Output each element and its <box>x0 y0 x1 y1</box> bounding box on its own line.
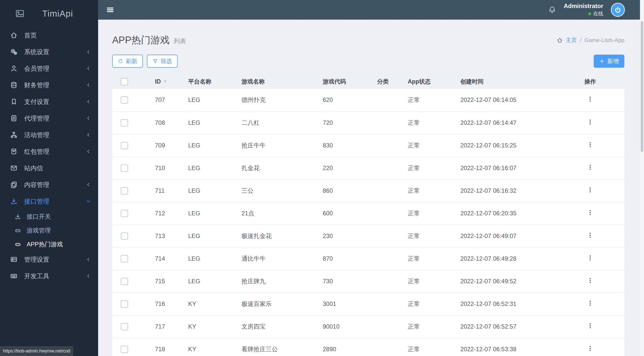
cell-category <box>375 157 405 179</box>
sidebar-item-interface-management[interactable]: 接口管理 <box>0 193 98 210</box>
row-actions-button[interactable] <box>587 345 593 352</box>
row-checkbox[interactable] <box>121 142 128 149</box>
sidebar-item-dev-tools[interactable]: 开发工具 <box>0 268 98 284</box>
sidebar-item-payment-settings[interactable]: 支付设置 <box>0 93 98 110</box>
plus-icon <box>599 58 605 64</box>
table-row: 708LEG二八杠720正常2022-12-07 06:14:47 <box>112 111 624 134</box>
toolbar: 刷新 筛选 新增 <box>112 55 624 68</box>
breadcrumb-home-link[interactable]: 主页 <box>566 36 577 44</box>
hamburger-menu-button[interactable] <box>106 5 115 14</box>
user-info[interactable]: Administrator 在线 <box>564 3 603 17</box>
chevron-left-icon <box>86 49 91 55</box>
row-actions-button[interactable] <box>587 119 593 125</box>
cell-game-code: 830 <box>320 134 375 157</box>
sidebar-item-label: 系统设置 <box>24 48 86 56</box>
refresh-button[interactable]: 刷新 <box>112 55 143 68</box>
row-checkbox[interactable] <box>121 232 128 240</box>
column-header-game-name: 游戏名称 <box>239 74 320 89</box>
column-header-category: 分类 <box>375 74 405 89</box>
cell-game-name: 极速百家乐 <box>239 293 320 315</box>
cell-game-code: 2890 <box>320 338 375 356</box>
row-checkbox[interactable] <box>121 96 128 104</box>
toolbar-left: 刷新 筛选 <box>112 55 178 68</box>
sidebar-item-interface-switch[interactable]: 接口开关 <box>0 210 98 223</box>
table-row: 718KY看牌抢庄三公2890正常2022-12-07 06:53:38 <box>112 338 624 356</box>
row-actions-button[interactable] <box>587 323 593 329</box>
table-row: 715LEG抢庄牌九730正常2022-12-07 06:49:52 <box>112 270 624 293</box>
page-subtitle: 列表 <box>174 37 186 45</box>
cell-platform: LEG <box>186 89 239 111</box>
row-actions-button[interactable] <box>587 164 593 171</box>
row-actions-button[interactable] <box>587 187 593 193</box>
download-icon <box>10 197 18 205</box>
sidebar-item-content-management[interactable]: 内容管理 <box>0 176 98 193</box>
row-checkbox[interactable] <box>121 346 128 353</box>
row-checkbox[interactable] <box>121 323 128 330</box>
row-actions-button[interactable] <box>587 255 593 261</box>
sidebar-item-member-management[interactable]: 会员管理 <box>0 60 98 77</box>
select-all-checkbox[interactable] <box>121 78 128 85</box>
row-checkbox[interactable] <box>121 165 128 172</box>
cell-created: 2022-12-07 06:14:05 <box>458 89 556 111</box>
cell-game-name: 抢庄牛牛 <box>239 134 320 157</box>
sidebar-item-activity-management[interactable]: 活动管理 <box>0 127 98 143</box>
table-header-row: ID 平台名称 游戏名称 游戏代码 分类 App状态 创建时间 操作 <box>112 74 624 89</box>
cell-game-code: 730 <box>320 270 375 293</box>
column-header-game-code: 游戏代码 <box>320 74 375 89</box>
cell-id: 713 <box>152 225 186 247</box>
cell-platform: LEG <box>186 225 239 247</box>
cell-game-name: 德州扑克 <box>239 89 320 111</box>
notification-bell-icon[interactable] <box>548 6 556 14</box>
scrollbar-thumb[interactable] <box>641 21 643 152</box>
sort-ascending-icon[interactable] <box>163 79 168 84</box>
cell-status: 正常 <box>405 293 458 315</box>
row-actions-button[interactable] <box>587 300 593 306</box>
address-book-icon <box>10 114 18 122</box>
sidebar-item-app-hot-games[interactable]: APP热门游戏 <box>0 237 98 251</box>
row-checkbox[interactable] <box>121 278 128 285</box>
avatar[interactable] <box>611 3 625 17</box>
cell-game-code: 620 <box>320 89 375 111</box>
add-button[interactable]: 新增 <box>594 55 624 68</box>
cell-platform: LEG <box>186 111 239 134</box>
filter-button[interactable]: 筛选 <box>147 55 178 68</box>
page-title: APP热门游戏 <box>112 34 170 47</box>
sidebar-item-agent-management[interactable]: 代理管理 <box>0 110 98 127</box>
sidebar-item-label: 首页 <box>24 31 91 39</box>
database-icon <box>10 81 18 89</box>
sidebar-item-home[interactable]: 首页 <box>0 27 98 44</box>
row-actions-button[interactable] <box>587 277 593 284</box>
row-actions-button[interactable] <box>587 96 593 102</box>
cell-platform: LEG <box>186 202 239 225</box>
row-actions-button[interactable] <box>587 141 593 148</box>
cell-status: 正常 <box>405 247 458 270</box>
broken-image-icon <box>15 9 25 18</box>
row-checkbox[interactable] <box>121 119 128 127</box>
row-checkbox[interactable] <box>121 210 128 217</box>
sidebar-item-finance-management[interactable]: 财务管理 <box>0 77 98 93</box>
row-checkbox[interactable] <box>121 300 128 308</box>
power-icon <box>614 6 622 14</box>
sidebar-item-admin-settings[interactable]: 管理设置 <box>0 251 98 268</box>
column-header-id[interactable]: ID <box>152 74 186 89</box>
cell-platform: LEG <box>186 179 239 202</box>
column-header-actions: 操作 <box>556 74 624 89</box>
logo[interactable]: TimiApi <box>0 0 98 27</box>
row-checkbox[interactable] <box>121 255 128 262</box>
sidebar-item-redpacket-management[interactable]: 红包管理 <box>0 143 98 160</box>
cell-created: 2022-12-07 06:14:47 <box>458 111 556 134</box>
games-table: ID 平台名称 游戏名称 游戏代码 分类 App状态 创建时间 操作 707LE… <box>112 74 624 356</box>
sidebar-item-game-management[interactable]: 游戏管理 <box>0 223 98 237</box>
row-actions-button[interactable] <box>587 209 593 216</box>
page-scrollbar[interactable] <box>640 0 644 356</box>
cell-created: 2022-12-07 06:49:28 <box>458 247 556 270</box>
sidebar-item-site-messages[interactable]: 站内信 <box>0 160 98 176</box>
cell-category <box>375 270 405 293</box>
cell-status: 正常 <box>405 270 458 293</box>
row-actions-button[interactable] <box>587 232 593 239</box>
row-checkbox[interactable] <box>121 187 128 194</box>
cell-category <box>375 338 405 356</box>
copy-icon <box>10 181 18 188</box>
sidebar-item-system-settings[interactable]: 系统设置 <box>0 44 98 60</box>
chevron-left-icon <box>86 149 91 154</box>
